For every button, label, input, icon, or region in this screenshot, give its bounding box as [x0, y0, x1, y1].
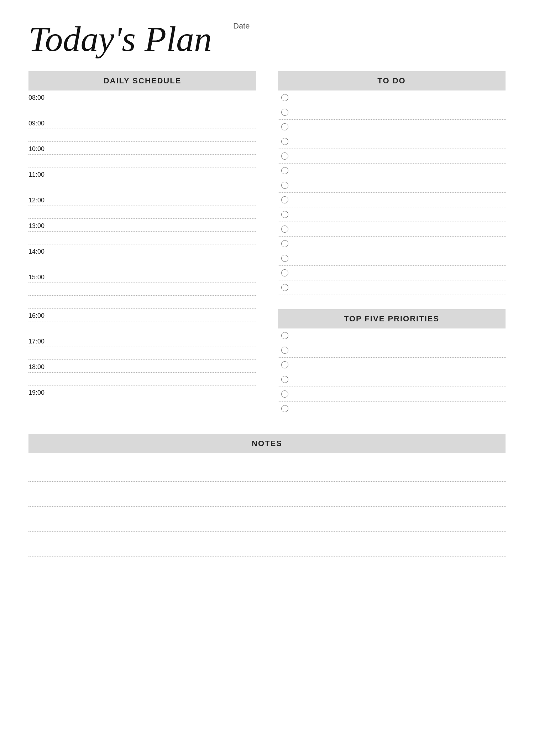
- todo-item-4[interactable]: [278, 134, 506, 149]
- todo-checkbox-4[interactable]: [281, 138, 288, 145]
- todo-checkbox-14[interactable]: [281, 284, 288, 291]
- todo-checkbox-12[interactable]: [281, 255, 288, 262]
- priority-item-3[interactable]: [278, 358, 506, 372]
- todo-checkbox-7[interactable]: [281, 182, 288, 189]
- time-label-1000: 10:00: [28, 142, 256, 154]
- schedule-line: [28, 398, 256, 398]
- page-header: Today's Plan Date: [28, 21, 506, 57]
- schedule-blank: [28, 180, 256, 193]
- date-label: Date: [233, 21, 506, 31]
- time-block-1400: 14:00: [28, 244, 256, 270]
- todo-checkbox-3[interactable]: [281, 123, 288, 130]
- schedule-blank: [28, 103, 256, 116]
- todo-item-3[interactable]: [278, 120, 506, 134]
- time-block-0900: 09:00: [28, 116, 256, 142]
- todo-checkbox-13[interactable]: [281, 269, 288, 276]
- schedule-blank: [28, 155, 256, 167]
- priority-checkbox-6[interactable]: [281, 405, 288, 412]
- todo-header: TO DO: [278, 71, 506, 90]
- date-section: Date: [233, 21, 506, 37]
- notes-line-3: [28, 514, 506, 532]
- todo-checkbox-9[interactable]: [281, 211, 288, 218]
- todo-item-12[interactable]: [278, 251, 506, 266]
- schedule-blank-extra: [28, 296, 256, 309]
- schedule-blank: [28, 129, 256, 142]
- time-label-0800: 08:00: [28, 90, 256, 103]
- left-column: DAILY SCHEDULE 08:00 09:00 10:00 11:00: [28, 71, 256, 416]
- notes-header: NOTES: [28, 434, 506, 453]
- right-column: TO DO: [278, 71, 506, 416]
- todo-item-8[interactable]: [278, 193, 506, 207]
- notes-line-2: [28, 489, 506, 507]
- priorities-section: TOP FIVE PRIORITIES: [278, 309, 506, 416]
- todo-checkbox-11[interactable]: [281, 240, 288, 247]
- todo-checkbox-6[interactable]: [281, 167, 288, 174]
- time-block-1300: 13:00: [28, 219, 256, 244]
- todo-checkbox-1[interactable]: [281, 94, 288, 101]
- todo-checkbox-5[interactable]: [281, 152, 288, 160]
- time-label-1900: 19:00: [28, 385, 256, 398]
- todo-item-5[interactable]: [278, 149, 506, 164]
- schedule-blank: [28, 232, 256, 244]
- priority-item-1[interactable]: [278, 328, 506, 343]
- priority-checkbox-4[interactable]: [281, 376, 288, 383]
- todo-item-11[interactable]: [278, 237, 506, 251]
- notes-line-4: [28, 539, 506, 556]
- priority-item-5[interactable]: [278, 387, 506, 402]
- schedule-blank: [28, 347, 256, 360]
- priority-checkbox-3[interactable]: [281, 361, 288, 368]
- main-content: DAILY SCHEDULE 08:00 09:00 10:00 11:00: [28, 71, 506, 416]
- time-block-1800: 18:00: [28, 360, 256, 385]
- priority-item-6[interactable]: [278, 402, 506, 416]
- time-block-1900: 19:00: [28, 385, 256, 398]
- priority-checkbox-2[interactable]: [281, 347, 288, 354]
- todo-item-6[interactable]: [278, 164, 506, 178]
- notes-line-1: [28, 464, 506, 482]
- todo-checkbox-10[interactable]: [281, 226, 288, 233]
- time-block-1700: 17:00: [28, 334, 256, 360]
- priority-checkbox-1[interactable]: [281, 332, 288, 339]
- todo-item-7[interactable]: [278, 178, 506, 193]
- time-label-1400: 14:00: [28, 244, 256, 257]
- time-block-1200: 12:00: [28, 193, 256, 219]
- priorities-header: TOP FIVE PRIORITIES: [278, 309, 506, 328]
- todo-item-9[interactable]: [278, 207, 506, 222]
- time-label-1500: 15:00: [28, 270, 256, 283]
- time-block-1600: 16:00: [28, 309, 256, 334]
- todo-item-2[interactable]: [278, 105, 506, 120]
- schedule-blank: [28, 373, 256, 385]
- schedule-blank: [28, 257, 256, 270]
- date-line: [233, 33, 506, 33]
- time-label-1600: 16:00: [28, 309, 256, 321]
- todo-checkbox-2[interactable]: [281, 109, 288, 116]
- schedule-blank: [28, 321, 256, 334]
- schedule-blank: [28, 283, 256, 296]
- schedule-blank: [28, 206, 256, 219]
- time-label-1800: 18:00: [28, 360, 256, 372]
- priority-item-2[interactable]: [278, 343, 506, 358]
- priority-item-4[interactable]: [278, 372, 506, 387]
- time-block-1100: 11:00: [28, 167, 256, 193]
- time-label-0900: 09:00: [28, 116, 256, 129]
- todo-checkbox-8[interactable]: [281, 196, 288, 203]
- time-block-1500: 15:00: [28, 270, 256, 309]
- todo-item-13[interactable]: [278, 266, 506, 280]
- time-block-0800: 08:00: [28, 90, 256, 116]
- page-title: Today's Plan: [28, 21, 212, 57]
- todo-item-10[interactable]: [278, 222, 506, 237]
- notes-section: NOTES: [28, 434, 506, 556]
- time-block-1000: 10:00: [28, 142, 256, 167]
- time-label-1200: 12:00: [28, 193, 256, 206]
- priority-checkbox-5[interactable]: [281, 390, 288, 398]
- todo-item-14[interactable]: [278, 280, 506, 295]
- daily-schedule-header: DAILY SCHEDULE: [28, 71, 256, 90]
- time-label-1300: 13:00: [28, 219, 256, 231]
- time-label-1700: 17:00: [28, 334, 256, 347]
- todo-item-1[interactable]: [278, 90, 506, 105]
- time-label-1100: 11:00: [28, 167, 256, 180]
